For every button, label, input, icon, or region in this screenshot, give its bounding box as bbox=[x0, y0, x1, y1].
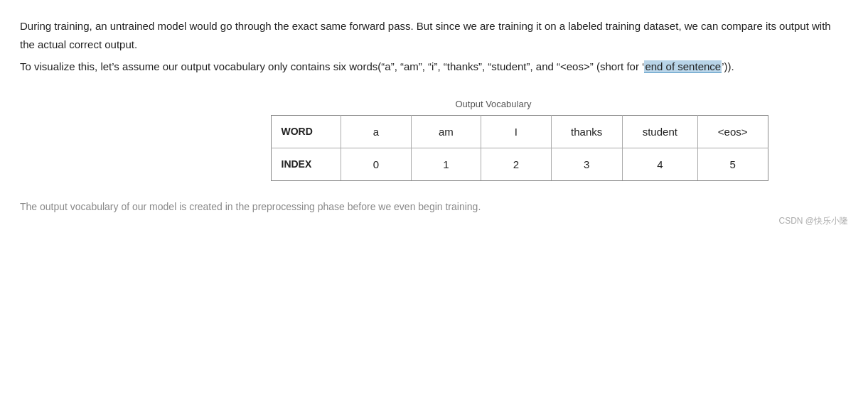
index-cell-5: 5 bbox=[697, 148, 768, 180]
highlighted-phrase: end of sentence bbox=[644, 60, 722, 73]
word-cell-eos: <eos> bbox=[697, 115, 768, 148]
index-cell-0: 0 bbox=[341, 148, 412, 180]
word-cell-thanks: thanks bbox=[551, 115, 622, 148]
table-row-word: WORD a am I thanks student <eos> bbox=[271, 115, 768, 148]
paragraph-1: During training, an untrained model woul… bbox=[20, 17, 848, 55]
index-cell-2: 2 bbox=[481, 148, 552, 180]
word-cell-i: I bbox=[481, 115, 552, 148]
paragraph-2: To visualize this, let’s assume our outp… bbox=[20, 58, 848, 76]
index-cell-1: 1 bbox=[411, 148, 481, 180]
paragraph-2-before: To visualize this, let’s assume our outp… bbox=[20, 60, 644, 72]
word-cell-student: student bbox=[622, 115, 697, 148]
index-cell-3: 3 bbox=[551, 148, 622, 180]
footer-note: The output vocabulary of our model is cr… bbox=[20, 195, 848, 212]
vocabulary-table: WORD a am I thanks student <eos> INDEX 0… bbox=[271, 115, 768, 181]
word-cell-a: a bbox=[341, 115, 412, 148]
index-cell-4: 4 bbox=[622, 148, 697, 180]
footer-credit: CSDN @快乐小隆 bbox=[20, 215, 848, 227]
table-row-index: INDEX 0 1 2 3 4 5 bbox=[271, 148, 768, 180]
table-label: Output Vocabulary bbox=[456, 99, 768, 109]
word-row-header: WORD bbox=[271, 115, 341, 148]
vocabulary-table-section: Output Vocabulary WORD a am I thanks stu… bbox=[20, 99, 848, 181]
word-cell-am: am bbox=[411, 115, 481, 148]
paragraph-2-after: ’)). bbox=[722, 60, 734, 72]
index-row-header: INDEX bbox=[271, 148, 341, 180]
